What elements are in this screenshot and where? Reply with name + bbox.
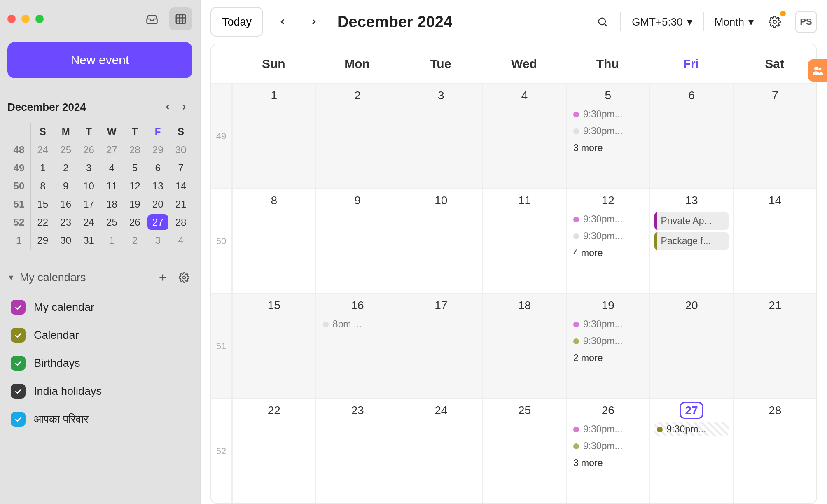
mini-day-cell[interactable]: 27 bbox=[100, 141, 124, 159]
more-events-link[interactable]: 2 more bbox=[571, 351, 645, 365]
mini-day-cell[interactable]: 25 bbox=[54, 141, 77, 159]
calendar-grid-icon[interactable] bbox=[169, 7, 192, 30]
today-button[interactable]: Today bbox=[210, 7, 263, 37]
day-cell[interactable]: 28 bbox=[733, 399, 816, 503]
more-events-link[interactable]: 3 more bbox=[571, 141, 645, 155]
event-item[interactable]: 9:30pm... bbox=[571, 317, 645, 331]
view-picker[interactable]: Month▾ bbox=[711, 16, 757, 28]
mini-day-cell[interactable]: 13 bbox=[146, 177, 169, 195]
mini-day-cell[interactable]: 8 bbox=[31, 177, 54, 195]
day-cell[interactable]: 279:30pm... bbox=[649, 399, 733, 503]
mini-day-cell[interactable]: 6 bbox=[146, 159, 169, 177]
mini-day-cell[interactable]: 2 bbox=[123, 231, 146, 250]
calendar-checkbox[interactable] bbox=[11, 412, 26, 427]
mini-day-cell[interactable]: 1 bbox=[31, 159, 54, 177]
mini-calendar[interactable]: SMTWTFS482425262728293049123456750891011… bbox=[7, 123, 192, 250]
inbox-icon[interactable] bbox=[140, 7, 164, 30]
day-cell[interactable]: 24 bbox=[399, 399, 482, 503]
day-cell[interactable]: 1 bbox=[232, 84, 315, 188]
mini-day-cell[interactable]: 5 bbox=[123, 159, 146, 177]
event-item[interactable]: 9:30pm... bbox=[571, 334, 645, 348]
day-cell[interactable]: 269:30pm...9:30pm...3 more bbox=[566, 399, 649, 503]
calendar-list-item[interactable]: Calendar bbox=[7, 321, 192, 349]
calendar-list-item[interactable]: India holidays bbox=[7, 377, 192, 405]
day-cell[interactable]: 8 bbox=[232, 189, 315, 293]
mini-day-cell[interactable]: 11 bbox=[100, 177, 124, 195]
mini-day-cell[interactable]: 29 bbox=[31, 231, 54, 250]
day-cell[interactable]: 199:30pm...9:30pm...2 more bbox=[566, 294, 649, 398]
mini-day-cell[interactable]: 20 bbox=[146, 195, 169, 213]
mini-day-cell[interactable]: 29 bbox=[146, 141, 169, 159]
my-calendars-header[interactable]: ▼ My calendars bbox=[7, 269, 192, 286]
calendar-settings-icon[interactable] bbox=[176, 269, 192, 286]
day-cell[interactable]: 11 bbox=[482, 189, 566, 293]
calendar-checkbox[interactable] bbox=[11, 328, 26, 343]
mini-day-cell[interactable]: 1 bbox=[100, 231, 124, 250]
mini-day-cell[interactable]: 30 bbox=[54, 231, 77, 250]
mini-day-cell[interactable]: 7 bbox=[169, 159, 192, 177]
fullscreen-window-icon[interactable] bbox=[35, 15, 44, 23]
close-window-icon[interactable] bbox=[7, 15, 16, 23]
mini-day-cell[interactable]: 18 bbox=[100, 195, 124, 213]
new-event-button[interactable]: New event bbox=[7, 42, 192, 78]
mini-day-cell[interactable]: 22 bbox=[31, 213, 54, 231]
mini-day-cell[interactable]: 21 bbox=[169, 195, 192, 213]
mini-cal-prev-icon[interactable] bbox=[159, 99, 176, 115]
add-calendar-icon[interactable] bbox=[154, 269, 171, 286]
event-item[interactable]: 9:30pm... bbox=[571, 124, 645, 138]
prev-month-icon[interactable] bbox=[271, 10, 294, 34]
day-cell[interactable]: 2 bbox=[315, 84, 399, 188]
more-events-link[interactable]: 4 more bbox=[571, 246, 645, 260]
event-item[interactable]: 9:30pm... bbox=[571, 439, 645, 453]
mini-day-cell[interactable]: 16 bbox=[54, 195, 77, 213]
calendar-list-item[interactable]: आपका परिवार bbox=[7, 405, 192, 433]
day-cell[interactable]: 23 bbox=[315, 399, 399, 503]
day-cell[interactable]: 168pm ... bbox=[315, 294, 399, 398]
event-item[interactable]: Package f... bbox=[654, 232, 729, 250]
mini-day-cell[interactable]: 3 bbox=[146, 231, 169, 250]
day-cell[interactable]: 59:30pm...9:30pm...3 more bbox=[566, 84, 649, 188]
day-cell[interactable]: 22 bbox=[232, 399, 315, 503]
mini-day-cell[interactable]: 24 bbox=[31, 141, 54, 159]
mini-day-cell[interactable]: 19 bbox=[123, 195, 146, 213]
day-cell[interactable]: 18 bbox=[482, 294, 566, 398]
mini-day-cell[interactable]: 28 bbox=[123, 141, 146, 159]
day-cell[interactable]: 4 bbox=[482, 84, 566, 188]
day-cell[interactable]: 6 bbox=[649, 84, 733, 188]
day-cell[interactable]: 3 bbox=[399, 84, 482, 188]
timezone-picker[interactable]: GMT+5:30▾ bbox=[628, 16, 696, 28]
mini-cal-next-icon[interactable] bbox=[176, 99, 192, 115]
minimize-window-icon[interactable] bbox=[21, 15, 30, 23]
mini-day-cell[interactable]: 3 bbox=[77, 159, 100, 177]
day-cell[interactable]: 13Private Ap...Package f... bbox=[649, 189, 733, 293]
day-cell[interactable]: 10 bbox=[399, 189, 482, 293]
mini-day-cell[interactable]: 12 bbox=[123, 177, 146, 195]
calendar-checkbox[interactable] bbox=[11, 300, 26, 315]
mini-day-cell[interactable]: 17 bbox=[77, 195, 100, 213]
mini-day-cell[interactable]: 25 bbox=[100, 213, 124, 231]
mini-day-cell[interactable]: 10 bbox=[77, 177, 100, 195]
mini-day-cell[interactable]: 31 bbox=[77, 231, 100, 250]
mini-day-cell[interactable]: 26 bbox=[123, 213, 146, 231]
next-month-icon[interactable] bbox=[302, 10, 326, 34]
mini-day-cell[interactable]: 15 bbox=[31, 195, 54, 213]
event-item[interactable]: 9:30pm... bbox=[571, 107, 645, 121]
event-item[interactable]: 9:30pm... bbox=[571, 422, 645, 436]
day-cell[interactable]: 20 bbox=[649, 294, 733, 398]
calendar-checkbox[interactable] bbox=[11, 384, 26, 399]
day-cell[interactable]: 17 bbox=[399, 294, 482, 398]
day-cell[interactable]: 9 bbox=[315, 189, 399, 293]
mini-day-cell[interactable]: 30 bbox=[169, 141, 192, 159]
avatar[interactable]: PS bbox=[795, 11, 817, 33]
mini-day-cell[interactable]: 27 bbox=[146, 213, 169, 231]
mini-day-cell[interactable]: 2 bbox=[54, 159, 77, 177]
calendar-checkbox[interactable] bbox=[11, 356, 26, 371]
contacts-panel-tab[interactable] bbox=[808, 59, 827, 82]
more-events-link[interactable]: 3 more bbox=[571, 456, 645, 470]
mini-day-cell[interactable]: 28 bbox=[169, 213, 192, 231]
mini-day-cell[interactable]: 26 bbox=[77, 141, 100, 159]
mini-day-cell[interactable]: 14 bbox=[169, 177, 192, 195]
event-item[interactable]: 9:30pm... bbox=[654, 422, 729, 436]
event-item[interactable]: 9:30pm... bbox=[571, 212, 645, 226]
day-cell[interactable]: 25 bbox=[482, 399, 566, 503]
